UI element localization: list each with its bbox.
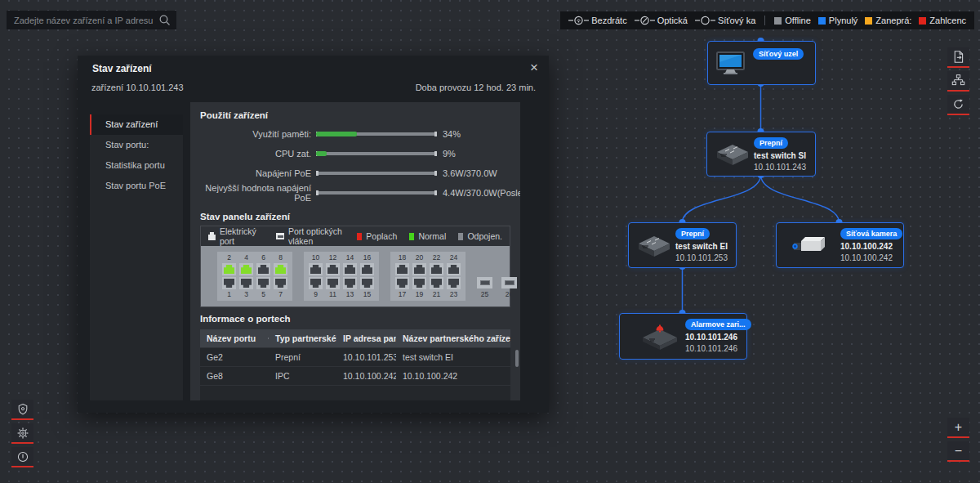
usage-label: CPU zat. bbox=[190, 149, 311, 159]
port-info-row[interactable]: Ge2Prepní10.10.101.253test switch EI bbox=[200, 347, 510, 366]
fiber-port[interactable]: 26 bbox=[501, 277, 517, 298]
node-switch-si[interactable]: Prepní test switch SI 10.10.101.243 bbox=[706, 132, 816, 177]
port-disconnected[interactable] bbox=[326, 277, 340, 289]
node-alarm-device[interactable]: Alarmove zari... 10.10.101.246 10.10.101… bbox=[619, 313, 747, 360]
port-disconnected[interactable] bbox=[256, 277, 270, 289]
wireless-link-icon bbox=[568, 16, 589, 25]
search-icon[interactable] bbox=[158, 14, 171, 26]
port-normal[interactable] bbox=[239, 263, 253, 275]
port-number: 16 bbox=[363, 254, 371, 262]
port-disconnected[interactable] bbox=[447, 277, 461, 289]
port-disconnected[interactable] bbox=[430, 277, 443, 289]
fiber-port-slot-icon bbox=[477, 277, 492, 288]
close-icon[interactable]: × bbox=[528, 59, 540, 76]
topology-view-button[interactable] bbox=[947, 71, 969, 92]
fiber-port[interactable]: 25 bbox=[477, 277, 492, 298]
port-disconnected[interactable] bbox=[412, 263, 426, 275]
sidebar-item-device-status[interactable]: Stav zařízení bbox=[90, 114, 183, 135]
port-disconnected[interactable] bbox=[274, 277, 287, 289]
column-header[interactable]: IP adresa partne... bbox=[336, 333, 396, 343]
node-network-hub[interactable]: Síťový uzel bbox=[707, 41, 816, 85]
node-network-camera[interactable]: Síťová kamera 10.10.100.242 10.10.100.24… bbox=[776, 222, 904, 268]
rj45-down-icon bbox=[362, 279, 372, 288]
search-box bbox=[7, 11, 176, 29]
usage-row-cpu: CPU zat. 9% bbox=[190, 148, 520, 159]
usage-label: Nejvyšší hodnota napájení PoE bbox=[190, 183, 311, 203]
security-button[interactable] bbox=[11, 400, 33, 420]
sidebar-item-port-status[interactable]: Stav portu: bbox=[90, 135, 183, 155]
column-header[interactable]: Název portu bbox=[200, 333, 269, 343]
optical-link-icon bbox=[635, 16, 655, 25]
settings-button[interactable] bbox=[11, 423, 33, 444]
port-disconnected[interactable] bbox=[430, 263, 443, 275]
port-number: 19 bbox=[416, 291, 423, 298]
port-column: 109 bbox=[309, 254, 323, 298]
node-title: test switch SI bbox=[754, 151, 806, 160]
search-input[interactable] bbox=[7, 16, 158, 25]
port-column: 2221 bbox=[430, 254, 443, 298]
port-info-row[interactable]: Ge8IPC10.10.100.24210.10.100.242 bbox=[200, 366, 510, 385]
sidebar-item-poe-port-status[interactable]: Stav portu PoE bbox=[90, 176, 183, 196]
column-header[interactable]: Typ partnerskéh... bbox=[269, 333, 336, 343]
port-normal[interactable] bbox=[222, 263, 236, 275]
port-number: 14 bbox=[346, 254, 354, 262]
port-number: 2 bbox=[227, 254, 231, 262]
alarm-device-icon bbox=[638, 320, 682, 352]
node-ip: 10.10.101.246 bbox=[685, 344, 737, 353]
port-disconnected[interactable] bbox=[412, 277, 426, 289]
table-cell: 10.10.101.253 bbox=[336, 352, 396, 362]
port-disconnected[interactable] bbox=[309, 263, 323, 275]
legend-label: Port optických vláken bbox=[288, 226, 349, 246]
port-disconnected[interactable] bbox=[343, 263, 357, 275]
zoom-in-button[interactable]: + bbox=[947, 418, 969, 438]
port-number: 8 bbox=[278, 254, 283, 262]
port-column: 87 bbox=[274, 254, 287, 298]
info-button[interactable] bbox=[11, 447, 33, 467]
node-switch-ei[interactable]: Prepní test switch EI 10.10.101.253 bbox=[628, 222, 737, 268]
port-disconnected[interactable] bbox=[343, 277, 357, 289]
port-disconnected[interactable] bbox=[395, 263, 409, 275]
port-disconnected[interactable] bbox=[239, 277, 253, 289]
legend-label: Odpojen. bbox=[467, 231, 502, 241]
port-number: 17 bbox=[399, 291, 406, 298]
port-group: 1817201922212423 bbox=[390, 252, 466, 301]
port-disconnected[interactable] bbox=[309, 277, 323, 289]
port-disconnected[interactable] bbox=[360, 277, 374, 289]
port-disconnected[interactable] bbox=[222, 277, 236, 289]
legend-label: Zaneprá: bbox=[875, 16, 911, 25]
port-number: 23 bbox=[450, 291, 457, 298]
export-report-icon bbox=[951, 50, 965, 64]
network-cable-icon bbox=[695, 16, 715, 25]
export-report-button[interactable] bbox=[947, 47, 969, 68]
legend-label: Zahlcenc bbox=[929, 16, 966, 25]
topology-canvas[interactable]: Bezdrátc Optická Síťový ka Offline bbox=[0, 0, 980, 483]
port-disconnected[interactable] bbox=[256, 263, 270, 275]
zoom-out-button[interactable]: − bbox=[947, 441, 969, 462]
port-number: 10 bbox=[312, 254, 319, 262]
port-column: 65 bbox=[256, 254, 270, 298]
legend-status-busy: Zaneprá: bbox=[865, 16, 911, 25]
node-ip: 10.10.100.242 bbox=[840, 253, 893, 262]
port-column: 43 bbox=[239, 254, 253, 298]
port-disconnected[interactable] bbox=[360, 263, 374, 275]
gear-icon bbox=[16, 427, 29, 440]
content-scrollbar[interactable] bbox=[515, 350, 519, 367]
right-toolbar bbox=[947, 47, 969, 115]
node-info: Prepní test switch EI 10.10.101.253 bbox=[675, 228, 728, 262]
sidebar-item-port-statistics[interactable]: Statistika portu bbox=[90, 155, 183, 176]
modal-sidebar: Stav zařízení Stav portu: Statistika por… bbox=[90, 114, 183, 400]
port-disconnected[interactable] bbox=[326, 263, 340, 275]
port-column: 2423 bbox=[447, 254, 461, 298]
port-disconnected[interactable] bbox=[447, 263, 461, 275]
smooth-color-swatch bbox=[818, 17, 826, 25]
refresh-button[interactable] bbox=[947, 95, 969, 115]
port-normal[interactable] bbox=[274, 263, 287, 275]
port-disconnected[interactable] bbox=[395, 277, 409, 289]
camera-icon bbox=[788, 233, 829, 257]
usage-value: 3.6W/370.0W bbox=[443, 168, 520, 178]
port-number: 24 bbox=[450, 254, 457, 262]
legend-label: Elektrický port bbox=[220, 226, 260, 246]
column-header[interactable]: Název partnerského zařízení bbox=[396, 333, 510, 343]
port-number: 15 bbox=[363, 291, 371, 298]
section-heading-usage: Použití zařízení bbox=[200, 110, 520, 120]
